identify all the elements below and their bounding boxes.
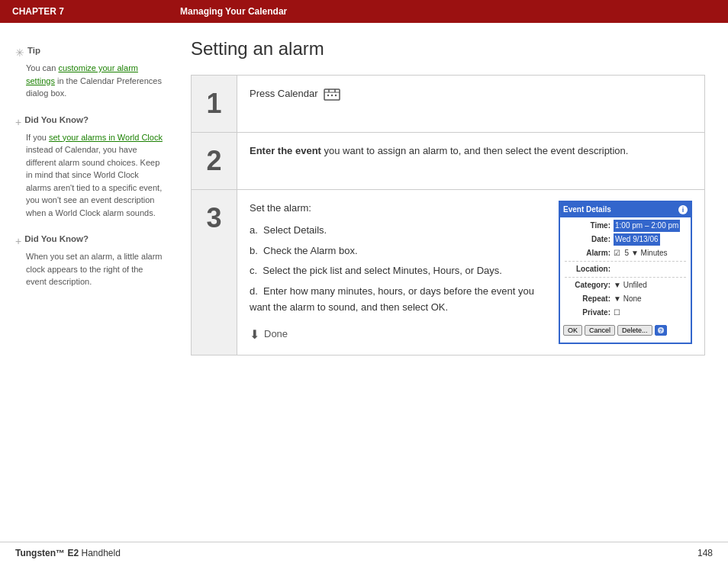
palm-button[interactable]: ? xyxy=(655,325,667,336)
step-3-number: 3 xyxy=(192,190,237,355)
sub-step-c: c. Select the pick list and select Minut… xyxy=(250,263,543,279)
steps-table: 1 Press Calendar xyxy=(191,75,705,355)
footer-product: Tungsten™ E2 Handheld xyxy=(15,548,121,558)
done-arrow-icon: ⬇ xyxy=(250,325,259,345)
step-3-content: Set the alarm: a. Select Details. b. Che… xyxy=(237,190,705,355)
event-private-label: Private: xyxy=(565,307,610,319)
sub-step-a: a. Select Details. xyxy=(250,223,543,239)
event-private-value: ☐ xyxy=(614,307,620,319)
content-area: Setting an alarm 1 Press Calendar xyxy=(176,23,728,542)
event-time-row: Time: 1:00 pm – 2:00 pm xyxy=(565,220,686,232)
footer-product-name: Tungsten™ E2 xyxy=(15,548,79,558)
event-time-label: Time: xyxy=(565,220,610,232)
event-date-value: Wed 9/13/06 xyxy=(614,233,660,246)
did-you-know-body-2: When you set an alarm, a little alarm cl… xyxy=(26,250,163,288)
event-location-row: Location: xyxy=(565,263,686,275)
sidebar-tip: ✳ Tip You can customize your alarm setti… xyxy=(15,46,163,100)
svg-point-5 xyxy=(331,95,333,96)
sidebar-did-you-know-2: + Did You Know? When you set an alarm, a… xyxy=(15,234,163,288)
did-you-know-title-2: Did You Know? xyxy=(24,234,89,243)
page-footer: Tungsten™ E2 Handheld 148 xyxy=(0,542,728,563)
chapter-label: CHAPTER 7 xyxy=(12,6,180,17)
svg-text:?: ? xyxy=(659,328,662,333)
event-date-row: Date: Wed 9/13/06 xyxy=(565,233,686,246)
footer-page-number: 148 xyxy=(697,548,713,558)
step-1-number: 1 xyxy=(192,76,237,133)
did-you-know-title-1: Did You Know? xyxy=(24,115,89,124)
step-2-row: 2 Enter the event you want to assign an … xyxy=(192,133,705,190)
plus-icon-2: + xyxy=(15,235,21,247)
cancel-button[interactable]: Cancel xyxy=(585,325,615,336)
svg-point-4 xyxy=(327,95,329,96)
event-location-label: Location: xyxy=(565,263,610,275)
step-2-content: Enter the event you want to assign an al… xyxy=(237,133,705,190)
event-alarm-row: Alarm: ☑ 5 ▼ Minutes xyxy=(565,247,686,259)
event-details-header: Event Details i xyxy=(560,202,691,217)
event-details-popup: Event Details i Time: 1:00 pm – 2:00 pm … xyxy=(559,201,692,344)
event-details-buttons: OK Cancel Delete... ? xyxy=(560,323,691,338)
done-row: ⬇ Done xyxy=(250,325,543,345)
step-2-strong: Enter the event xyxy=(250,145,321,156)
event-alarm-label: Alarm: xyxy=(565,247,610,259)
main-content: ✳ Tip You can customize your alarm setti… xyxy=(0,23,728,542)
ok-button[interactable]: OK xyxy=(563,325,582,336)
customize-alarm-link[interactable]: customize your alarm settings xyxy=(26,63,138,85)
sub-step-d: d. Enter how many minutes, hours, or day… xyxy=(250,284,543,316)
sidebar: ✳ Tip You can customize your alarm setti… xyxy=(0,23,176,542)
asterisk-icon: ✳ xyxy=(15,47,24,59)
event-repeat-value: ▼ None xyxy=(614,293,642,305)
done-label: Done xyxy=(264,327,288,343)
header-title: Managing Your Calendar xyxy=(180,6,287,17)
world-clock-link[interactable]: set your alarms in World Clock xyxy=(49,133,163,142)
tip-title: Tip xyxy=(27,46,40,55)
step-3-text: Set the alarm: a. Select Details. b. Che… xyxy=(250,201,543,344)
event-time-value: 1:00 pm – 2:00 pm xyxy=(614,220,680,232)
step-3-row: 3 Set the alarm: a. Select Details. b. C… xyxy=(192,190,705,355)
event-category-value: ▼ Unfiled xyxy=(614,279,647,291)
step-3-intro: Set the alarm: xyxy=(250,201,543,217)
page-header: CHAPTER 7 Managing Your Calendar xyxy=(0,0,728,23)
event-category-label: Category: xyxy=(565,279,610,291)
event-private-row: Private: ☐ xyxy=(565,307,686,319)
did-you-know-body-1: If you set your alarms in World Clock in… xyxy=(26,131,163,220)
tip-body: You can customize your alarm settings in… xyxy=(26,62,163,100)
delete-button[interactable]: Delete... xyxy=(617,325,652,336)
event-details-title: Event Details xyxy=(563,204,611,216)
step-2-number: 2 xyxy=(192,133,237,190)
event-repeat-label: Repeat: xyxy=(565,293,610,305)
calendar-icon xyxy=(324,86,340,102)
step-1-content: Press Calendar xyxy=(237,76,705,133)
event-details-body: Time: 1:00 pm – 2:00 pm Date: Wed 9/13/0… xyxy=(560,217,691,323)
sub-step-b: b. Check the Alarm box. xyxy=(250,243,543,259)
step-1-row: 1 Press Calendar xyxy=(192,76,705,133)
svg-point-6 xyxy=(335,95,337,96)
plus-icon-1: + xyxy=(15,116,21,128)
sidebar-did-you-know-1: + Did You Know? If you set your alarms i… xyxy=(15,115,163,220)
event-alarm-value: ☑ 5 ▼ Minutes xyxy=(614,247,668,259)
event-repeat-row: Repeat: ▼ None xyxy=(565,293,686,305)
info-icon: i xyxy=(678,205,688,214)
step-3-substeps: a. Select Details. b. Check the Alarm bo… xyxy=(250,223,543,316)
event-date-label: Date: xyxy=(565,233,610,246)
event-category-row: Category: ▼ Unfiled xyxy=(565,279,686,291)
page-title: Setting an alarm xyxy=(191,38,705,60)
